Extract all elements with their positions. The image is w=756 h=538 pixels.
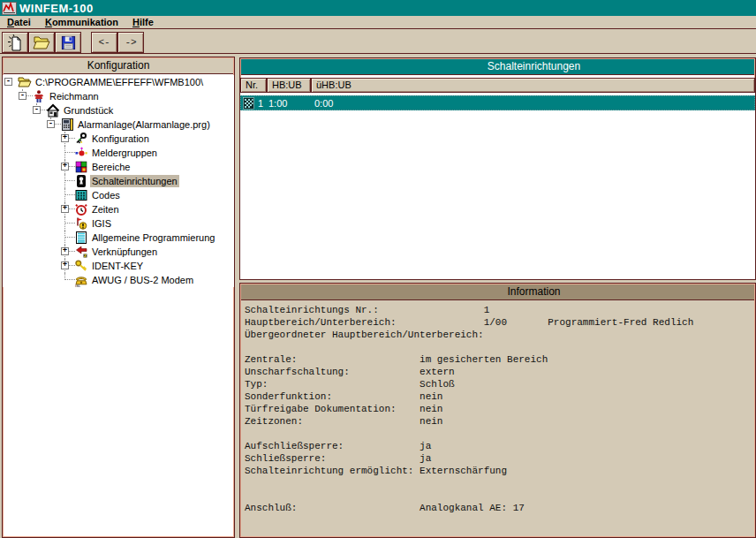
menu-item-hilfe[interactable]: Hilfe — [125, 16, 161, 28]
app-logo-icon[interactable] — [2, 2, 17, 15]
expand-plus-box[interactable]: + — [61, 261, 69, 269]
tree-item[interactable]: -Alarmanlage(Alarmanlage.prg) — [3, 117, 234, 132]
forward-button[interactable]: -> — [117, 32, 144, 53]
config-tree: -C:\PROGRAMME\EFFEFF\WFMB100\-Reichmann-… — [3, 75, 234, 287]
information-text: Schalteinrichtungs Nr.: 1 Hauptbereich/U… — [240, 301, 755, 514]
cell-uhb_ub: 0:00 — [314, 98, 333, 110]
tree-item-label: Reichmann — [48, 90, 101, 102]
tree-item-label: IDENT-KEY — [90, 260, 145, 272]
toolbar: <- -> — [0, 30, 756, 54]
tree-item[interactable]: Codes — [3, 188, 234, 202]
tree-item[interactable]: -Reichmann — [3, 89, 234, 103]
switch-devices-panel-title: Schalteinrichtungen — [488, 60, 580, 72]
tree-item[interactable]: IGIS — [3, 216, 234, 231]
menu-bar: DateiKommunikationHilfe — [0, 16, 756, 29]
collapse-minus-box[interactable]: - — [19, 92, 26, 100]
tree-item[interactable]: Allgemeine Programmierung — [3, 231, 234, 245]
configuration-panel-title: Konfiguration — [87, 59, 150, 72]
menu-item-datei[interactable]: Datei — [0, 16, 38, 28]
config-key-icon — [74, 132, 88, 146]
open-folder-icon — [33, 34, 50, 50]
collapse-minus-box[interactable]: - — [33, 106, 41, 114]
switch-devices-panel: Schalteinrichtungen Nr.HB:UBüHB:UB 11:00… — [239, 57, 756, 280]
tree-connector-line — [64, 216, 65, 231]
link-arrows-icon — [74, 245, 88, 259]
tree-item-label: IGIS — [90, 217, 113, 230]
open-file-button[interactable] — [28, 32, 55, 53]
tree-item[interactable]: Meldergruppen — [3, 146, 234, 160]
column-header-hbub[interactable]: üHB:UB — [311, 78, 755, 93]
tree-connector-line — [64, 146, 65, 160]
information-panel-title: Information — [507, 285, 560, 298]
configuration-panel-header: Konfiguration — [4, 58, 233, 74]
table-row[interactable]: 11:000:00 — [240, 95, 755, 110]
back-button[interactable]: <- — [91, 32, 117, 53]
window-titlebar: WINFEM-100 — [0, 0, 756, 16]
column-header-hbub[interactable]: HB:UB — [267, 78, 311, 93]
svg-text:ISL: ISL — [75, 284, 81, 287]
clock-icon — [74, 202, 88, 216]
house-icon — [46, 103, 60, 117]
collapse-minus-box[interactable]: - — [4, 78, 12, 86]
table-header-row: Nr.HB:UBüHB:UB — [240, 78, 755, 93]
collapse-minus-box[interactable]: - — [47, 120, 55, 128]
save-button[interactable] — [55, 32, 81, 53]
back-arrow-icon: <- — [98, 38, 110, 47]
person-icon — [32, 89, 46, 103]
tree-item-label: C:\PROGRAMME\EFFEFF\WFMB100\ — [34, 76, 205, 88]
tree-item[interactable]: ISLAWUG / BUS-2 Modem — [3, 273, 234, 287]
detector-group-icon — [74, 146, 88, 160]
tree-item[interactable]: +Konfiguration — [3, 132, 234, 146]
tree-item-label: AWUG / BUS-2 Modem — [90, 274, 195, 286]
tree-item-label: Schalteinrichtungen — [90, 175, 179, 187]
tree-item[interactable]: +Verknüpfungen — [3, 245, 234, 259]
menu-item-kommunikation[interactable]: Kommunikation — [38, 16, 125, 28]
tree-item[interactable]: +IDENT-KEY — [3, 259, 234, 273]
igis-icon — [74, 216, 88, 231]
striped-doc-icon — [74, 231, 88, 245]
row-device-icon — [243, 97, 254, 110]
window-title: WINFEM-100 — [19, 2, 94, 15]
cell-nr: 1 — [258, 98, 263, 110]
expand-plus-box[interactable]: + — [61, 134, 69, 142]
ident-key-icon — [74, 259, 88, 273]
tree-item[interactable]: +Bereiche — [3, 160, 234, 174]
forward-arrow-icon: -> — [125, 38, 136, 47]
switch-devices-panel-header: Schalteinrichtungen — [241, 59, 754, 75]
tree-item-label: Zeiten — [90, 203, 121, 216]
tree-item-label: Grundstück — [62, 104, 115, 117]
expand-plus-box[interactable]: + — [61, 247, 69, 255]
expand-plus-box[interactable]: + — [61, 163, 69, 170]
tree-connector-line — [64, 231, 65, 245]
switch-devices-list[interactable]: 11:000:00 — [240, 93, 755, 279]
new-file-button[interactable] — [2, 32, 28, 53]
folder-open-icon — [18, 75, 32, 89]
tree-item[interactable]: -C:\PROGRAMME\EFFEFF\WFMB100\ — [3, 75, 234, 89]
tree-item[interactable]: -Grundstück — [3, 103, 234, 117]
phone-icon: ISL — [74, 273, 88, 287]
expand-plus-box[interactable]: + — [61, 205, 69, 213]
alarm-panel-icon — [60, 117, 74, 132]
switch-device-icon — [74, 174, 88, 188]
areas-icon — [74, 160, 88, 174]
tree-item[interactable]: +Zeiten — [3, 202, 234, 216]
column-header-nr[interactable]: Nr. — [240, 78, 267, 93]
keypad-icon — [74, 188, 88, 202]
tree-connector-line — [64, 174, 65, 188]
information-panel: Information Schalteinrichtungs Nr.: 1 Ha… — [239, 283, 756, 538]
tree-item-label: Konfiguration — [90, 133, 151, 145]
new-document-icon — [6, 34, 24, 51]
tree-item-label: Bereiche — [90, 161, 132, 173]
tree-item-label: Meldergruppen — [90, 147, 159, 159]
save-icon — [60, 34, 77, 51]
tree-item[interactable]: Schalteinrichtungen — [3, 174, 234, 188]
tree-item-label: Verknüpfungen — [90, 246, 159, 258]
tree-item-label: Codes — [90, 189, 122, 201]
information-panel-header: Information — [241, 284, 754, 300]
tree-item-label: Allgemeine Programmierung — [90, 231, 216, 244]
tree-item-label: Alarmanlage(Alarmanlage.prg) — [76, 118, 212, 131]
tree-connector-line — [64, 188, 65, 202]
configuration-panel: Konfiguration -C:\PROGRAMME\EFFEFF\WFMB1… — [2, 57, 235, 538]
cell-hb_ub: 1:00 — [268, 98, 287, 110]
